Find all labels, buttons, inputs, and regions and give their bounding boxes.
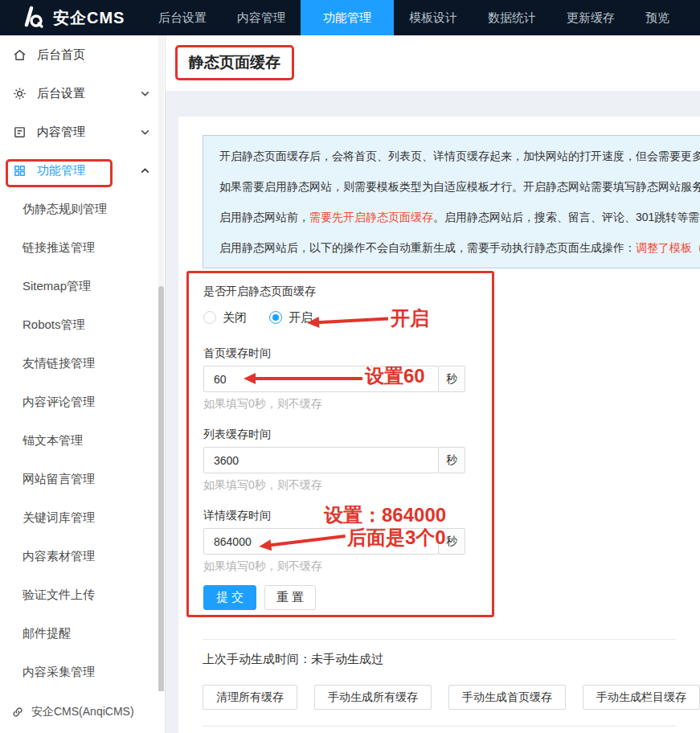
- switch-label: 是否开启静态页面缓存: [203, 283, 477, 299]
- settings-card: 开启静态页面缓存后，会将首页、列表页、详情页缓存起来，加快网站的打开速度，但会需…: [178, 117, 700, 733]
- sidebar-subitem-verify-file-upload[interactable]: 验证文件上传: [0, 575, 165, 614]
- gear-icon: [13, 87, 27, 100]
- annotation-detail-value: 后面是3个0: [347, 525, 446, 551]
- annotation-switch-on: 开启: [391, 305, 429, 331]
- brand-logo[interactable]: 安企CMS: [0, 0, 143, 35]
- annotation-home-value: 设置60: [365, 363, 425, 389]
- detail-cache-hint: 如果填写0秒，则不缓存: [203, 559, 477, 572]
- list-cache-group: 秒: [203, 447, 477, 473]
- list-cache-input[interactable]: [203, 447, 439, 473]
- anqicms-logo-icon: [21, 6, 45, 30]
- chevron-up-icon: [140, 166, 150, 176]
- reset-button[interactable]: 重 置: [264, 585, 316, 610]
- notice-line: 启用静态网站前，需要先开启静态页面缓存。启用静态网站后，搜索、留言、评论、301…: [219, 202, 700, 232]
- tutorial-highlight-box-title: 静态页面缓存: [175, 45, 294, 80]
- sidebar-scrollbar-thumb[interactable]: [158, 286, 164, 698]
- clear-all-cache-button[interactable]: 清理所有缓存: [203, 685, 297, 710]
- sidebar: 后台首页 后台设置 内容管理 功能管理: [0, 35, 166, 733]
- notice-text-red: 需要先开启静态页面缓存: [309, 211, 433, 223]
- home-cache-label: 首页缓存时间: [203, 345, 477, 361]
- page-title: 静态页面缓存: [189, 52, 280, 73]
- list-cache-hint: 如果填写0秒，则不缓存: [203, 478, 477, 491]
- sidebar-item-label: 后台首页: [37, 47, 85, 63]
- sidebar-subitem-keyword-library[interactable]: 关键词库管理: [0, 498, 165, 537]
- annotation-arrow-home: [250, 377, 362, 380]
- sidebar-subitem-rewrite-rules[interactable]: 伪静态规则管理: [0, 190, 165, 228]
- nav-item-preview[interactable]: 预览: [630, 0, 685, 35]
- sidebar-footer-link[interactable]: 安企CMS(AnqiCMS): [0, 691, 165, 733]
- grid-icon: [13, 164, 27, 178]
- brand-name: 安企CMS: [53, 7, 125, 29]
- notice-text: 启用静态网站后，以下的操作不会自动重新生成，需要手动执行静态页面生成操作：: [219, 241, 636, 254]
- notice-line: 启用静态网站后，以下的操作不会自动重新生成，需要手动执行静态页面生成操作：调整了…: [219, 232, 700, 263]
- sidebar-subitem-sitemap[interactable]: Sitemap管理: [0, 267, 165, 305]
- nav-item-backend-settings[interactable]: 后台设置: [143, 0, 222, 35]
- section-divider: [203, 639, 676, 640]
- nav-item-functions[interactable]: 功能管理: [301, 0, 394, 35]
- radio-on[interactable]: [269, 311, 282, 324]
- notice-text: 如果需要启用静态网站，则需要模板类型为自适应模板才行。开启静态网站需要填写静态网…: [219, 180, 700, 193]
- document-icon: [13, 125, 27, 139]
- sidebar-subitem-mail-notice[interactable]: 邮件提醒: [0, 614, 165, 653]
- notice-line: 如果需要启用静态网站，则需要模板类型为自适应模板才行。开启静态网站需要填写静态网…: [219, 171, 700, 202]
- cache-action-buttons: 清理所有缓存 手动生成所有缓存 手动生成首页缓存 手动生成栏目缓存: [203, 685, 700, 710]
- sidebar-subitem-comments[interactable]: 内容评论管理: [0, 383, 165, 421]
- notice-text: 开启静态页面缓存后，会将首页、列表页、详情页缓存起来，加快网站的打开速度，但会需…: [219, 149, 700, 162]
- cache-settings-form: 是否开启静态页面缓存 关闭 开启 首页缓存时间 秒 如果填写0秒，则不缓存 列表…: [186, 271, 494, 617]
- page-header: 静态页面缓存: [166, 35, 700, 91]
- chevron-down-icon: [140, 127, 150, 137]
- sidebar-subitem-robots[interactable]: Robots管理: [0, 305, 165, 344]
- section-divider: [203, 726, 676, 727]
- notice-text: 。启用静态网站后，搜索、留言、评论、301跳转等需要: [433, 211, 700, 223]
- generate-home-cache-button[interactable]: 手动生成首页缓存: [448, 685, 566, 710]
- sidebar-subitem-collection[interactable]: 内容采集管理: [0, 653, 165, 691]
- submit-button[interactable]: 提 交: [203, 585, 256, 610]
- top-nav-menu: 后台设置 内容管理 功能管理 模板设计 数据统计 更新缓存 预览: [143, 0, 685, 35]
- nav-item-template-design[interactable]: 模板设计: [394, 0, 473, 35]
- notice-line: 开启静态页面缓存后，会将首页、列表页、详情页缓存起来，加快网站的打开速度，但会需…: [219, 141, 700, 171]
- nav-item-statistics[interactable]: 数据统计: [473, 0, 551, 35]
- notice-link-red[interactable]: 调整了模板（: [636, 241, 700, 254]
- list-cache-label: 列表缓存时间: [203, 426, 477, 442]
- sidebar-item-functions[interactable]: 功能管理: [0, 151, 165, 190]
- info-notice: 开启静态页面缓存后，会将首页、列表页、详情页缓存起来，加快网站的打开速度，但会需…: [203, 135, 700, 268]
- radio-off[interactable]: [203, 311, 216, 324]
- sidebar-subitem-material[interactable]: 内容素材管理: [0, 537, 165, 575]
- sidebar-item-home[interactable]: 后台首页: [0, 35, 165, 74]
- cache-switch-radios: 关闭 开启: [203, 309, 477, 326]
- nav-item-content[interactable]: 内容管理: [222, 0, 301, 35]
- sidebar-footer-label: 安企CMS(AnqiCMS): [31, 705, 134, 719]
- sidebar-item-label: 后台设置: [37, 86, 85, 101]
- notice-text: 启用静态网站前，: [219, 211, 309, 223]
- top-navbar: 安企CMS 后台设置 内容管理 功能管理 模板设计 数据统计 更新缓存 预览: [0, 0, 700, 35]
- form-buttons: 提 交 重 置: [203, 585, 477, 610]
- chevron-down-icon: [140, 88, 150, 99]
- radio-off-label[interactable]: 关闭: [223, 310, 247, 326]
- list-cache-unit: 秒: [438, 447, 465, 473]
- generate-category-cache-button[interactable]: 手动生成栏目缓存: [583, 685, 700, 710]
- last-generated-text: 上次手动生成时间：未手动生成过: [203, 652, 383, 667]
- home-cache-hint: 如果填写0秒，则不缓存: [203, 397, 477, 410]
- generate-all-cache-button[interactable]: 手动生成所有缓存: [314, 685, 432, 710]
- sidebar-subitem-anchor-text[interactable]: 锚文本管理: [0, 421, 165, 460]
- sidebar-item-backend-settings[interactable]: 后台设置: [0, 74, 165, 113]
- main-content: 静态页面缓存 开启静态页面缓存后，会将首页、列表页、详情页缓存起来，加快网站的打…: [166, 35, 700, 733]
- home-icon: [13, 48, 27, 62]
- sidebar-subitem-link-push[interactable]: 链接推送管理: [0, 228, 165, 267]
- sidebar-item-label: 功能管理: [37, 163, 85, 178]
- sidebar-subitem-friend-links[interactable]: 友情链接管理: [0, 344, 165, 383]
- home-cache-unit: 秒: [438, 366, 465, 392]
- sidebar-item-content[interactable]: 内容管理: [0, 113, 165, 151]
- link-icon: [11, 706, 24, 719]
- sidebar-subitem-guestbook[interactable]: 网站留言管理: [0, 460, 165, 498]
- nav-item-refresh-cache[interactable]: 更新缓存: [551, 0, 630, 35]
- sidebar-item-label: 内容管理: [37, 125, 85, 140]
